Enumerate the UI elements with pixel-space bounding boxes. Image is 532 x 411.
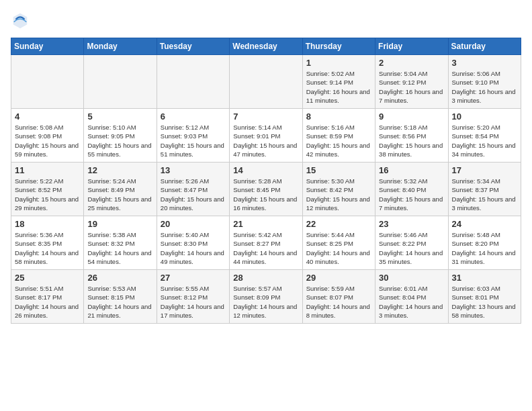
day-number: 28 [233,273,298,283]
day-info: Sunrise: 5:57 AM Sunset: 8:09 PM Dayligh… [233,284,298,320]
calendar-cell: 19Sunrise: 5:38 AM Sunset: 8:32 PM Dayli… [84,216,157,270]
calendar-cell: 27Sunrise: 5:55 AM Sunset: 8:12 PM Dayli… [157,270,229,324]
day-info: Sunrise: 5:14 AM Sunset: 9:01 PM Dayligh… [233,123,298,158]
calendar-cell: 22Sunrise: 5:44 AM Sunset: 8:25 PM Dayli… [302,216,375,270]
day-number: 24 [452,219,517,229]
day-number: 27 [161,273,226,283]
week-row-5: 25Sunrise: 5:51 AM Sunset: 8:17 PM Dayli… [11,270,521,324]
calendar-cell: 11Sunrise: 5:22 AM Sunset: 8:52 PM Dayli… [11,163,84,216]
day-header-thursday: Thursday [302,38,375,55]
calendar-cell: 23Sunrise: 5:46 AM Sunset: 8:22 PM Dayli… [375,216,448,270]
day-info: Sunrise: 5:55 AM Sunset: 8:12 PM Dayligh… [161,284,226,320]
calendar-cell: 3Sunrise: 5:06 AM Sunset: 9:10 PM Daylig… [448,55,521,109]
calendar-cell: 17Sunrise: 5:34 AM Sunset: 8:37 PM Dayli… [448,163,521,216]
day-number: 20 [161,219,226,229]
day-info: Sunrise: 6:01 AM Sunset: 8:04 PM Dayligh… [379,284,444,320]
calendar-cell: 12Sunrise: 5:24 AM Sunset: 8:49 PM Dayli… [84,163,157,216]
logo [11,11,32,30]
day-number: 17 [452,165,517,175]
day-info: Sunrise: 5:28 AM Sunset: 8:45 PM Dayligh… [233,177,298,212]
calendar-header-row: SundayMondayTuesdayWednesdayThursdayFrid… [11,38,521,55]
day-info: Sunrise: 5:06 AM Sunset: 9:10 PM Dayligh… [452,69,517,105]
calendar-cell: 7Sunrise: 5:14 AM Sunset: 9:01 PM Daylig… [230,109,302,163]
week-row-4: 18Sunrise: 5:36 AM Sunset: 8:35 PM Dayli… [11,216,521,270]
day-info: Sunrise: 5:30 AM Sunset: 8:42 PM Dayligh… [306,177,371,212]
day-header-wednesday: Wednesday [230,38,302,55]
day-info: Sunrise: 5:08 AM Sunset: 9:08 PM Dayligh… [15,123,80,158]
day-number: 4 [15,111,80,122]
day-number: 31 [452,273,517,283]
page-header [11,11,521,30]
day-number: 10 [452,111,517,122]
day-header-saturday: Saturday [448,38,521,55]
day-info: Sunrise: 5:24 AM Sunset: 8:49 PM Dayligh… [87,177,152,212]
day-number: 14 [233,165,298,175]
day-info: Sunrise: 5:10 AM Sunset: 9:05 PM Dayligh… [87,123,152,158]
calendar-cell: 14Sunrise: 5:28 AM Sunset: 8:45 PM Dayli… [230,163,302,216]
calendar-cell [84,55,157,109]
calendar-cell: 20Sunrise: 5:40 AM Sunset: 8:30 PM Dayli… [157,216,229,270]
day-number: 19 [87,219,152,229]
calendar-cell: 16Sunrise: 5:32 AM Sunset: 8:40 PM Dayli… [375,163,448,216]
day-header-monday: Monday [84,38,157,55]
day-number: 8 [306,111,371,122]
calendar-cell: 1Sunrise: 5:02 AM Sunset: 9:14 PM Daylig… [302,55,375,109]
calendar-cell: 13Sunrise: 5:26 AM Sunset: 8:47 PM Dayli… [157,163,229,216]
day-number: 6 [161,111,226,122]
day-number: 12 [87,165,152,175]
calendar-cell: 21Sunrise: 5:42 AM Sunset: 8:27 PM Dayli… [230,216,302,270]
day-number: 1 [306,58,371,68]
day-number: 15 [306,165,371,175]
day-info: Sunrise: 5:20 AM Sunset: 8:54 PM Dayligh… [452,123,517,158]
day-info: Sunrise: 5:44 AM Sunset: 8:25 PM Dayligh… [306,230,371,266]
calendar-cell [157,55,229,109]
day-number: 18 [15,219,80,229]
day-number: 9 [379,111,444,122]
week-row-1: 1Sunrise: 5:02 AM Sunset: 9:14 PM Daylig… [11,55,521,109]
day-info: Sunrise: 5:34 AM Sunset: 8:37 PM Dayligh… [452,177,517,212]
calendar-cell: 29Sunrise: 5:59 AM Sunset: 8:07 PM Dayli… [302,270,375,324]
calendar-cell: 25Sunrise: 5:51 AM Sunset: 8:17 PM Dayli… [11,270,84,324]
day-number: 16 [379,165,444,175]
day-number: 7 [233,111,298,122]
day-info: Sunrise: 5:48 AM Sunset: 8:20 PM Dayligh… [452,230,517,266]
calendar-cell [11,55,84,109]
day-number: 30 [379,273,444,283]
calendar-cell: 18Sunrise: 5:36 AM Sunset: 8:35 PM Dayli… [11,216,84,270]
day-info: Sunrise: 5:02 AM Sunset: 9:14 PM Dayligh… [306,69,371,105]
calendar-cell: 2Sunrise: 5:04 AM Sunset: 9:12 PM Daylig… [375,55,448,109]
day-number: 21 [233,219,298,229]
day-number: 25 [15,273,80,283]
calendar-cell: 10Sunrise: 5:20 AM Sunset: 8:54 PM Dayli… [448,109,521,163]
day-info: Sunrise: 5:22 AM Sunset: 8:52 PM Dayligh… [15,177,80,212]
calendar-cell: 9Sunrise: 5:18 AM Sunset: 8:56 PM Daylig… [375,109,448,163]
logo-icon [11,11,30,30]
day-info: Sunrise: 5:36 AM Sunset: 8:35 PM Dayligh… [15,230,80,266]
calendar-cell: 24Sunrise: 5:48 AM Sunset: 8:20 PM Dayli… [448,216,521,270]
day-info: Sunrise: 6:03 AM Sunset: 8:01 PM Dayligh… [452,284,517,320]
day-header-sunday: Sunday [11,38,84,55]
day-number: 23 [379,219,444,229]
day-info: Sunrise: 5:26 AM Sunset: 8:47 PM Dayligh… [161,177,226,212]
calendar-cell: 31Sunrise: 6:03 AM Sunset: 8:01 PM Dayli… [448,270,521,324]
week-row-2: 4Sunrise: 5:08 AM Sunset: 9:08 PM Daylig… [11,109,521,163]
day-info: Sunrise: 5:04 AM Sunset: 9:12 PM Dayligh… [379,69,444,105]
day-info: Sunrise: 5:42 AM Sunset: 8:27 PM Dayligh… [233,230,298,266]
day-info: Sunrise: 5:40 AM Sunset: 8:30 PM Dayligh… [161,230,226,266]
calendar-cell: 28Sunrise: 5:57 AM Sunset: 8:09 PM Dayli… [230,270,302,324]
day-info: Sunrise: 5:12 AM Sunset: 9:03 PM Dayligh… [161,123,226,158]
day-number: 26 [87,273,152,283]
day-info: Sunrise: 5:51 AM Sunset: 8:17 PM Dayligh… [15,284,80,320]
week-row-3: 11Sunrise: 5:22 AM Sunset: 8:52 PM Dayli… [11,163,521,216]
day-number: 2 [379,58,444,68]
calendar-cell [230,55,302,109]
day-number: 29 [306,273,371,283]
calendar-cell: 30Sunrise: 6:01 AM Sunset: 8:04 PM Dayli… [375,270,448,324]
day-number: 11 [15,165,80,175]
day-number: 22 [306,219,371,229]
day-info: Sunrise: 5:59 AM Sunset: 8:07 PM Dayligh… [306,284,371,320]
day-number: 3 [452,58,517,68]
calendar-cell: 5Sunrise: 5:10 AM Sunset: 9:05 PM Daylig… [84,109,157,163]
day-info: Sunrise: 5:46 AM Sunset: 8:22 PM Dayligh… [379,230,444,266]
day-header-friday: Friday [375,38,448,55]
